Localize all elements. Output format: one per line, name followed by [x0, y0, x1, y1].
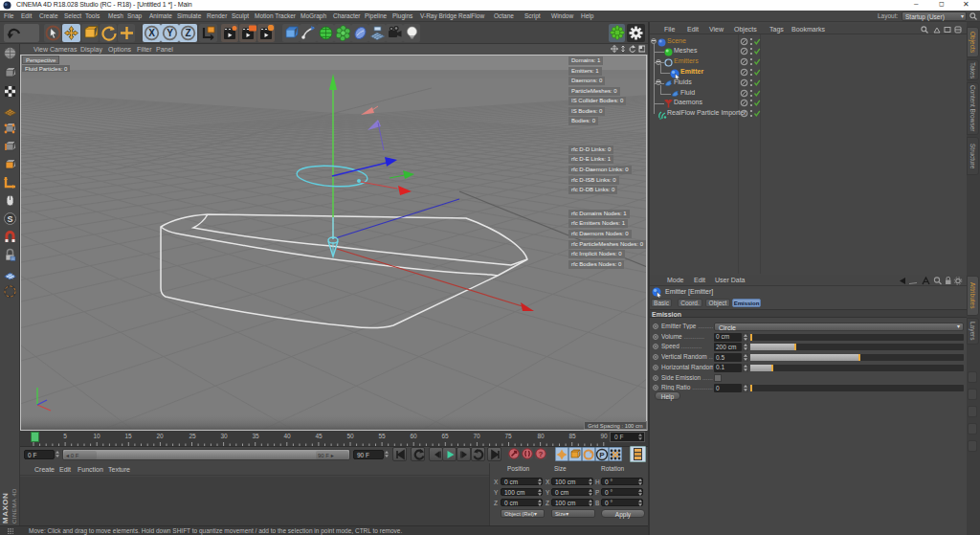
- svg-text:P: P: [599, 451, 605, 459]
- svg-text:Z: Z: [185, 28, 190, 38]
- svg-text:Y: Y: [167, 28, 173, 38]
- svg-text:?: ?: [539, 450, 544, 458]
- svg-text:X: X: [148, 28, 155, 38]
- svg-text:S: S: [7, 214, 12, 224]
